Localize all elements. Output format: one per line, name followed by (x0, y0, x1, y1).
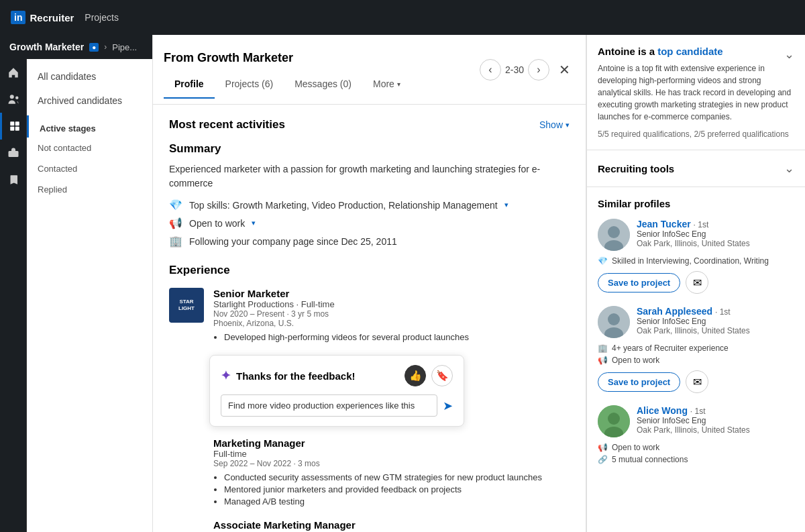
exp-duration-1: Sep 2022 – Nov 2022 · 3 mos (213, 459, 570, 468)
recruiting-tools-header: Recruiting tools ⌄ (598, 161, 794, 176)
summary-section: Summary Experienced marketer with a pass… (169, 142, 570, 248)
profile-skill-0: 💎 Skilled in Interviewing, Coordination,… (598, 256, 794, 266)
summary-title: Summary (169, 142, 570, 156)
exp-duration-0: Nov 2020 – Present · 3 yr 5 mos (213, 309, 570, 319)
following-text: Following your company page since Dec 25… (189, 236, 397, 247)
sidebar-stage-contacted[interactable]: Contacted (27, 158, 152, 179)
exp-bullet-1-2: Managed A/B testing (224, 496, 570, 507)
sidebar-icon-people[interactable] (0, 86, 27, 113)
profile-location-2: Oak Park, Illinois, United States (637, 425, 794, 435)
sidebar-project-name: Growth Marketer (9, 42, 84, 52)
tab-projects[interactable]: Projects (6) (215, 70, 284, 99)
open-to-work-row: 📢 Open to work ▾ (169, 217, 570, 229)
prev-arrow[interactable]: ‹ (480, 59, 501, 81)
feedback-bookmark-btn[interactable]: 🔖 (431, 365, 453, 386)
nav-counter: 2-30 (505, 64, 524, 75)
exp-bullet-0-0: Developed high-performing videos for sev… (224, 332, 570, 342)
profile-job-2: Senior InfoSec Eng (637, 416, 794, 425)
open-to-work-text: Open to work (189, 218, 245, 229)
exp-details-2: Associate Marketing Manager Full-time Ja… (213, 519, 570, 532)
message-icon-btn-0[interactable]: ✉ (686, 271, 708, 294)
panel-top-row: From Growth Marketer Profile Projects (6… (153, 35, 586, 105)
sidebar-body: All candidates Archived candidates Activ… (0, 59, 152, 532)
skill-icon-1b: 📢 (598, 356, 608, 365)
feedback-thumbup-btn[interactable]: 👍 (405, 365, 426, 386)
collapse-recruiting-tools-btn[interactable]: ⌄ (784, 161, 794, 176)
feedback-send-icon[interactable]: ➤ (443, 398, 453, 413)
similar-profiles-section: Similar profiles (587, 187, 805, 487)
linkedin-logo-box: in (11, 11, 25, 24)
similar-profiles-title: Similar profiles (598, 198, 794, 209)
top-skills-text: Top skills: Growth Marketing, Video Prod… (189, 200, 498, 211)
sidebar-icon-home[interactable] (0, 59, 27, 86)
exp-bullets-1: Conducted security assessments of new GT… (213, 472, 570, 507)
profile-info-1: Sarah Appleseed · 1st Senior InfoSec Eng… (637, 306, 794, 335)
profile-name-2[interactable]: Alice Wong · 1st (637, 405, 794, 416)
chevron-down-icon-skills[interactable]: ▾ (504, 201, 508, 209)
profile-location-0: Oak Park, Illinois, United States (637, 239, 794, 248)
recent-activities-header: Most recent activities Show ▾ (169, 118, 570, 131)
svg-point-14 (608, 413, 620, 425)
recruiting-tools-title: Recruiting tools (598, 163, 674, 174)
projects-link[interactable]: Projects (85, 12, 119, 23)
chevron-down-icon-otw[interactable]: ▾ (252, 219, 256, 227)
profile-job-0: Senior InfoSec Eng (637, 229, 794, 239)
feedback-star-icon: ✦ (221, 368, 231, 383)
top-candidate-section: Antoine is a top candidate ⌄ Antoine is … (587, 35, 805, 150)
profile-body: Most recent activities Show ▾ Summary Ex… (153, 105, 586, 532)
profile-card-1-actions: Save to project ✉ (598, 370, 794, 393)
exp-job-title-0: Senior Marketer (213, 288, 570, 299)
sidebar-header: Growth Marketer ● › Pipe... (0, 35, 152, 59)
tab-profile[interactable]: Profile (164, 70, 215, 99)
exp-logo-2-spacer (169, 519, 204, 532)
exp-details-1: Marketing Manager Full-time Sep 2022 – N… (213, 437, 570, 509)
sidebar-icon-bookmark[interactable] (0, 166, 27, 193)
qualifications-text: 5/5 required qualifications, 2/5 preferr… (598, 129, 794, 139)
feedback-action-buttons: 👍 🔖 (405, 365, 453, 386)
sidebar-nav-archived-candidates[interactable]: Archived candidates (27, 89, 152, 113)
top-bar: in Recruiter Projects (0, 0, 805, 35)
sidebar-icon-briefcase[interactable] (0, 140, 27, 166)
message-icon-btn-1[interactable]: ✉ (686, 370, 708, 393)
skill-icon-1a: 🏢 (598, 343, 608, 353)
sidebar-stage-replied[interactable]: Replied (27, 179, 152, 200)
collapse-top-candidate-btn[interactable]: ⌄ (784, 47, 794, 62)
profile-skill-1b: 📢 Open to work (598, 356, 794, 365)
show-button[interactable]: Show ▾ (539, 119, 570, 130)
profile-panel-header: From Growth Marketer Profile Projects (6… (164, 40, 480, 99)
profile-panel: From Growth Marketer Profile Projects (6… (153, 35, 586, 532)
profile-name-1[interactable]: Sarah Appleseed · 1st (637, 306, 794, 317)
exp-logo-1-spacer (169, 437, 204, 509)
profile-skill-1a: 🏢 4+ years of Recruiter experience (598, 343, 794, 353)
sidebar-icon-candidates[interactable] (0, 113, 27, 140)
next-arrow[interactable]: › (528, 59, 549, 81)
profile-name-0[interactable]: Jean Tucker · 1st (637, 219, 794, 229)
svg-rect-5 (15, 127, 19, 131)
sidebar: Growth Marketer ● › Pipe... (0, 35, 153, 532)
feedback-input-row: ➤ (221, 394, 453, 417)
profile-card-2-top: Alice Wong · 1st Senior InfoSec Eng Oak … (598, 405, 794, 437)
experience-title: Experience (169, 264, 570, 277)
sidebar-arrow: › (104, 42, 107, 52)
top-candidate-header-row: Antoine is a top candidate ⌄ (598, 46, 794, 62)
following-row: 🏢 Following your company page since Dec … (169, 235, 570, 248)
tab-messages[interactable]: Messages (0) (284, 70, 362, 99)
connections-icon-2: 🔗 (598, 455, 608, 464)
building-icon: 🏢 (169, 235, 182, 248)
profile-info-2: Alice Wong · 1st Senior InfoSec Eng Oak … (637, 405, 794, 435)
tab-more[interactable]: More ▾ (362, 70, 411, 99)
exp-details-0: Senior Marketer Starlight Productions · … (213, 288, 570, 344)
save-project-btn-1[interactable]: Save to project (598, 372, 680, 392)
feedback-tooltip: ✦ Thanks for the feedback! 👍 🔖 (209, 355, 464, 427)
profile-job-1: Senior InfoSec Eng (637, 317, 794, 326)
sidebar-stage-not-contacted[interactable]: Not contacted (27, 138, 152, 158)
linkedin-logo: in Recruiter (11, 11, 74, 24)
sidebar-nav: All candidates Archived candidates Activ… (27, 59, 152, 532)
save-project-btn-0[interactable]: Save to project (598, 273, 680, 292)
svg-rect-6 (9, 151, 19, 157)
top-candidate-label: top candidate (657, 46, 723, 57)
feedback-input[interactable] (221, 394, 437, 417)
close-modal-button[interactable]: ✕ (553, 59, 575, 81)
sidebar-nav-all-candidates[interactable]: All candidates (27, 64, 152, 89)
feedback-title: ✦ Thanks for the feedback! (221, 368, 356, 383)
